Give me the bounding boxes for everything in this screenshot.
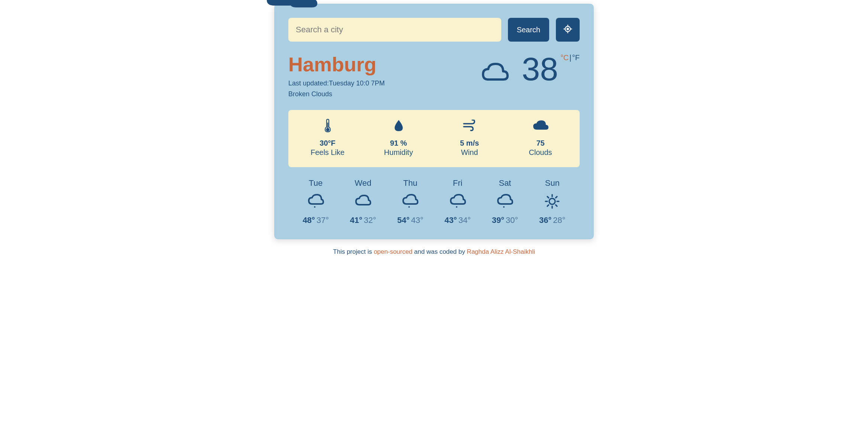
- feels-like-label: Feels Like: [292, 148, 363, 157]
- city-name: Hamburg: [288, 53, 480, 76]
- cloud-icon: [339, 192, 386, 210]
- thermometer-icon: [292, 119, 363, 132]
- svg-point-11: [503, 206, 505, 208]
- footer-credit: This project is open-sourced and was cod…: [274, 248, 594, 256]
- forecast-day-name: Sat: [481, 178, 528, 188]
- sunny-icon: [529, 192, 576, 210]
- svg-point-1: [567, 28, 569, 29]
- svg-line-17: [547, 197, 549, 198]
- forecast-day: Sun 36°28°: [529, 178, 576, 225]
- last-updated: Last updated:Tuesday 10:0 7PM: [288, 78, 480, 89]
- svg-point-12: [549, 198, 555, 204]
- forecast-temps: 41°32°: [339, 215, 386, 225]
- svg-point-10: [456, 206, 457, 208]
- forecast-day-name: Tue: [292, 178, 339, 188]
- forecast-row: Tue 48°37° Wed: [288, 178, 580, 225]
- forecast-day-name: Fri: [434, 178, 481, 188]
- author-link[interactable]: Raghda Alizz Al-Shaikhli: [467, 248, 535, 255]
- stat-wind: 5 m/s Wind: [434, 119, 505, 157]
- forecast-day: Fri 43°34°: [434, 178, 481, 225]
- cloud-drizzle-icon: [434, 192, 481, 210]
- current-weather-icon: [480, 60, 510, 87]
- stats-panel: 30°F Feels Like 91 % Humidity: [288, 110, 580, 167]
- geolocate-button[interactable]: [556, 18, 580, 42]
- forecast-day-name: Sun: [529, 178, 576, 188]
- forecast-day: Wed 41°32°: [339, 178, 386, 225]
- forecast-day-name: Wed: [339, 178, 386, 188]
- search-input[interactable]: [288, 18, 501, 42]
- clouds-value: 75: [505, 139, 576, 147]
- forecast-temps: 36°28°: [529, 215, 576, 225]
- clouds-label: Clouds: [505, 148, 576, 157]
- search-button[interactable]: Search: [508, 18, 549, 42]
- stat-clouds: 75 Clouds: [505, 119, 576, 157]
- crosshair-icon: [563, 24, 573, 36]
- clouds-decoration-icon: [263, 0, 330, 14]
- humidity-label: Humidity: [363, 148, 434, 157]
- unit-toggle: °C|°F: [560, 54, 580, 62]
- forecast-day: Tue 48°37°: [292, 178, 339, 225]
- forecast-temps: 54°43°: [387, 215, 434, 225]
- cloud-icon: [505, 119, 576, 132]
- unit-celsius-link[interactable]: °C: [560, 54, 569, 62]
- forecast-temps: 43°34°: [434, 215, 481, 225]
- droplet-icon: [363, 119, 434, 132]
- svg-point-6: [326, 128, 329, 131]
- forecast-day: Thu 54°43°: [387, 178, 434, 225]
- forecast-day-name: Thu: [387, 178, 434, 188]
- humidity-value: 91 %: [363, 139, 434, 147]
- cloud-drizzle-icon: [481, 192, 528, 210]
- svg-line-19: [547, 205, 549, 206]
- svg-line-20: [556, 197, 557, 198]
- forecast-day: Sat 39°30°: [481, 178, 528, 225]
- stat-feels-like: 30°F Feels Like: [292, 119, 363, 157]
- feels-like-value: 30°F: [292, 139, 363, 147]
- forecast-temps: 48°37°: [292, 215, 339, 225]
- current-temperature: 38: [522, 53, 558, 85]
- svg-point-9: [408, 206, 410, 208]
- stat-humidity: 91 % Humidity: [363, 119, 434, 157]
- search-row: Search: [288, 18, 580, 42]
- open-source-link[interactable]: open-sourced: [374, 248, 412, 255]
- unit-separator: |: [570, 54, 571, 62]
- weather-card: Search Hamburg Last upd: [274, 4, 594, 239]
- svg-point-8: [314, 206, 315, 208]
- svg-line-18: [556, 205, 557, 206]
- wind-value: 5 m/s: [434, 139, 505, 147]
- wind-icon: [434, 119, 505, 132]
- cloud-drizzle-icon: [387, 192, 434, 210]
- cloud-drizzle-icon: [292, 192, 339, 210]
- unit-fahrenheit-link[interactable]: °F: [572, 54, 580, 62]
- condition-text: Broken Clouds: [288, 89, 480, 100]
- header-row: Hamburg Last updated:Tuesday 10:0 7PM Br…: [288, 53, 580, 100]
- forecast-temps: 39°30°: [481, 215, 528, 225]
- wind-label: Wind: [434, 148, 505, 157]
